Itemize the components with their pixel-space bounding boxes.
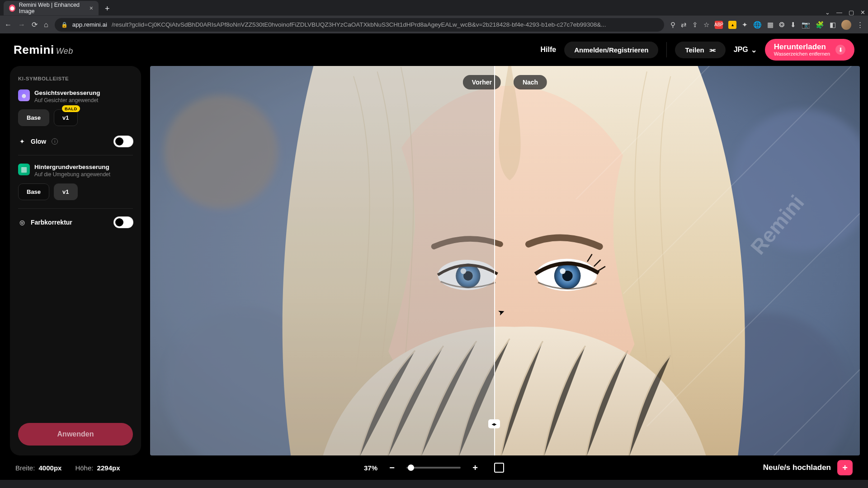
face-chip-base[interactable]: Base [18,109,49,126]
width-label: Breite: [15,464,35,472]
format-label: JPG [734,46,748,54]
compare-divider[interactable] [494,66,495,455]
window-chevron-icon[interactable]: ⌄ [825,9,830,15]
extension-down-icon[interactable]: ⬇ [790,21,796,29]
zoom-percent: 37% [364,464,377,472]
glow-icon: ✦ [18,137,26,145]
upload-button[interactable]: + [837,460,853,475]
new-tab-button[interactable]: + [101,4,113,15]
url-path: /result?gclid=Cj0KCQiAtvSdBhD0ARIsAPf8oN… [112,21,606,28]
glow-label: Glow [31,138,46,145]
logo-sub: Web [56,47,73,56]
window-maximize-icon[interactable]: ▢ [849,9,854,15]
zoom-out-button[interactable]: − [387,463,396,473]
window-close-icon[interactable]: ✕ [860,9,865,15]
tab-title: Remini Web | Enhanced Image [19,2,86,14]
after-label: Nach [514,75,547,89]
bg-chip-base[interactable]: Base [18,183,49,200]
download-sublabel: Wasserzeichen entfernen [774,51,830,57]
color-correct-icon: ◎ [18,218,26,226]
face-enhance-icon: ☻ [18,89,30,101]
download-label: Herunterladen [774,42,826,52]
bg-chip-v1[interactable]: v1 [54,183,77,200]
help-link[interactable]: Hilfe [541,46,557,54]
extension-icon[interactable]: ✦ [742,21,748,29]
soon-badge: BALD [62,105,80,112]
login-button[interactable]: Anmelden/Registrieren [564,42,658,58]
extensions-puzzle-icon[interactable]: 🧩 [816,21,824,29]
upload-label: Neu/e/s hochladen [763,463,831,472]
profile-avatar[interactable] [841,20,851,30]
nav-reload-icon[interactable]: ⟳ [32,20,38,29]
sidebar-heading: KI-SYMBOLLEISTE [18,76,133,81]
app-logo[interactable]: ReminiWeb [14,43,73,57]
kebab-menu-icon[interactable]: ⋮ [857,21,863,29]
width-value: 4000px [39,464,62,472]
bg-enhance-icon: ▦ [18,164,30,175]
glow-toggle[interactable] [114,136,133,147]
zoom-slider[interactable] [406,467,461,469]
search-icon[interactable]: ⚲ [670,21,675,29]
nav-back-icon[interactable]: ← [5,21,12,29]
chevron-down-icon: ⌄ [751,46,757,54]
bookmark-icon[interactable]: ☆ [703,21,709,29]
url-bar[interactable]: 🔒 app.remini.ai /result?gclid=Cj0KCQiAtv… [55,18,664,32]
favicon: ⬤ [9,5,15,12]
share-icon: ⫘ [709,46,716,54]
download-button[interactable]: Herunterladen Wasserzeichen entfernen ⬇ [765,39,854,61]
extension-abp-icon[interactable]: ABP [715,21,723,29]
translate-icon[interactable]: ⇄ [681,21,687,29]
fullscreen-button[interactable] [494,463,504,473]
extension-wheel-icon[interactable]: ❂ [779,21,785,29]
face-chip-v1[interactable]: v1 BALD [54,109,77,126]
face-enhance-sub: Auf Gesichter angewendet [34,97,100,104]
color-correct-toggle[interactable] [114,217,133,228]
extension-yellow-icon[interactable]: ▴ [728,21,736,29]
window-minimize-icon[interactable]: — [836,9,842,15]
tab-close-icon[interactable]: × [90,5,93,12]
extension-camera-icon[interactable]: 📷 [802,21,810,29]
share-label: Teilen [685,46,704,54]
bg-enhance-sub: Auf die Umgebung angewendet [34,171,110,178]
side-panel-icon[interactable]: ◧ [830,21,836,29]
zoom-in-button[interactable]: + [471,463,480,473]
extension-cast-icon[interactable]: ▦ [767,21,774,29]
glow-info-icon[interactable]: i [52,138,58,145]
extension-globe-icon[interactable]: 🌐 [753,21,762,29]
format-dropdown[interactable]: JPG ⌄ [734,46,757,54]
share-url-icon[interactable]: ⇪ [692,21,698,29]
svg-point-13 [560,268,566,274]
color-correct-label: Farbkorrektur [31,219,72,226]
apply-button[interactable]: Anwenden [18,423,133,446]
height-label: Höhe: [75,464,93,472]
enhanced-image: Remini [150,66,860,455]
lock-icon: 🔒 [61,22,68,28]
bg-enhance-title: Hintergrundverbesserung [34,164,110,170]
compare-handle[interactable]: ◂▸ [488,419,500,428]
sidebar: KI-SYMBOLLEISTE ☻ Gesichtsverbesserung A… [10,66,141,455]
download-icon: ⬇ [835,45,845,55]
height-value: 2294px [97,464,120,472]
share-button[interactable]: Teilen ⫘ [675,42,725,58]
browser-tab[interactable]: ⬤ Remini Web | Enhanced Image × [4,1,99,15]
face-enhance-title: Gesichtsverbesserung [34,89,100,96]
url-host: app.remini.ai [72,21,107,28]
logo-main: Remini [14,43,54,56]
nav-home-icon[interactable]: ⌂ [44,21,48,29]
nav-forward-icon[interactable]: → [18,21,25,29]
divider [666,42,667,57]
svg-rect-18 [150,66,494,455]
face-chip-v1-label: v1 [62,114,69,121]
image-viewer[interactable]: Remini Vorher Nach ◂▸ ➤ [150,66,860,455]
